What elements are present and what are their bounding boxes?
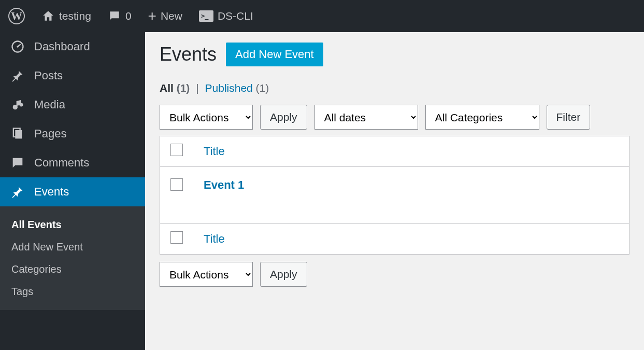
comments-link[interactable]: 0 xyxy=(105,9,135,23)
date-filter-select[interactable]: All dates xyxy=(314,105,418,130)
dscli-label: DS-CLI xyxy=(218,10,253,22)
select-all-header xyxy=(160,136,194,167)
plus-icon: + xyxy=(148,9,156,23)
new-content-link[interactable]: + New xyxy=(145,9,185,23)
separator: | xyxy=(193,82,202,94)
select-all-footer xyxy=(160,224,194,255)
apply-bulk-button[interactable]: Apply xyxy=(260,105,307,130)
sidebar-item-comments[interactable]: Comments xyxy=(0,148,145,177)
wp-logo-link[interactable]: W xyxy=(5,8,28,24)
svg-rect-5 xyxy=(15,130,22,138)
sidebar-label: Comments xyxy=(34,156,89,170)
dscli-link[interactable]: >_ DS-CLI xyxy=(196,10,256,22)
site-name-label: testing xyxy=(59,10,91,22)
sidebar-label: Posts xyxy=(34,69,63,82)
comment-icon xyxy=(10,156,25,170)
sidebar-item-dashboard[interactable]: Dashboard xyxy=(0,32,145,61)
sidebar-item-pages[interactable]: Pages xyxy=(0,119,145,148)
admin-bar: W testing 0 + New >_ DS-CLI xyxy=(0,0,644,32)
table-row: Event 1 xyxy=(160,167,629,224)
row-checkbox[interactable] xyxy=(170,178,183,191)
events-table: Title Event 1 xyxy=(160,136,629,255)
new-label: New xyxy=(161,10,182,22)
sidebar-label: Media xyxy=(34,98,65,111)
filter-button[interactable]: Filter xyxy=(547,105,591,130)
status-links: All (1) | Published (1) xyxy=(160,82,629,94)
sidebar-label: Events xyxy=(34,185,69,199)
sidebar-label: Dashboard xyxy=(34,40,90,53)
dashboard-icon xyxy=(10,39,25,54)
status-link-published[interactable]: Published (1) xyxy=(205,82,269,94)
sidebar-item-posts[interactable]: Posts xyxy=(0,61,145,90)
svg-point-3 xyxy=(20,103,23,107)
sort-by-title-link-footer[interactable]: Title xyxy=(204,232,225,245)
comments-count: 0 xyxy=(125,10,132,22)
home-icon xyxy=(41,9,55,23)
submenu-item-add-new-event[interactable]: Add New Event xyxy=(0,236,145,258)
submenu-item-categories[interactable]: Categories xyxy=(0,258,145,281)
pin-icon xyxy=(10,185,25,199)
events-submenu: All Events Add New Event Categories Tags xyxy=(0,206,145,310)
select-all-checkbox-footer[interactable] xyxy=(170,231,183,244)
tablenav-top: Bulk Actions Apply All dates All Categor… xyxy=(160,105,629,130)
sidebar-item-events[interactable]: Events xyxy=(0,177,145,206)
wordpress-logo-icon: W xyxy=(8,8,25,24)
apply-bulk-button-bottom[interactable]: Apply xyxy=(260,262,307,287)
page-title: Events xyxy=(160,44,217,65)
event-title-link[interactable]: Event 1 xyxy=(204,178,244,191)
page-header: Events Add New Event xyxy=(160,43,629,66)
svg-point-1 xyxy=(17,46,19,48)
category-filter-select[interactable]: All Categories xyxy=(425,105,539,130)
select-all-checkbox[interactable] xyxy=(170,144,183,156)
pin-icon xyxy=(10,68,25,83)
add-new-event-button[interactable]: Add New Event xyxy=(226,43,323,66)
column-header-title: Title xyxy=(193,136,629,167)
terminal-icon: >_ xyxy=(199,10,213,22)
site-name-link[interactable]: testing xyxy=(38,9,94,23)
pages-icon xyxy=(10,127,25,141)
tablenav-bottom: Bulk Actions Apply xyxy=(160,262,629,287)
column-footer-title: Title xyxy=(193,224,629,255)
submenu-item-all-events[interactable]: All Events xyxy=(0,214,145,236)
comment-icon xyxy=(108,9,121,23)
admin-sidebar: Dashboard Posts Media Pages Comments Eve… xyxy=(0,32,145,350)
bulk-actions-select[interactable]: Bulk Actions xyxy=(160,105,253,130)
status-link-all[interactable]: All (1) xyxy=(160,82,193,94)
main-content: Events Add New Event All (1) | Published… xyxy=(145,32,644,350)
media-icon xyxy=(10,97,25,112)
sidebar-item-media[interactable]: Media xyxy=(0,90,145,119)
sort-by-title-link[interactable]: Title xyxy=(204,145,225,158)
sidebar-label: Pages xyxy=(34,127,66,141)
submenu-item-tags[interactable]: Tags xyxy=(0,281,145,303)
bulk-actions-select-bottom[interactable]: Bulk Actions xyxy=(160,262,253,287)
